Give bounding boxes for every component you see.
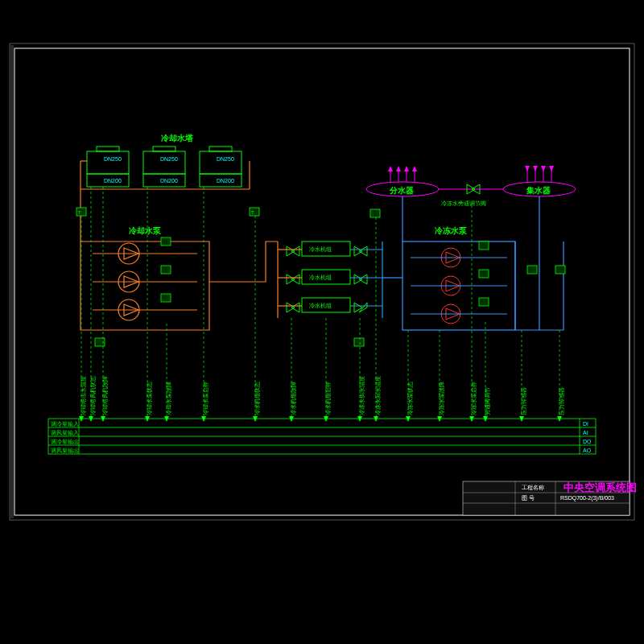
svg-rect-76 [161, 294, 171, 302]
title-block: 工程名称 中央空调系统图 图 号 RSDQ700-2(3)/B/003 [463, 481, 637, 515]
signal-labels: 冷却塔出水温度 冷却塔风机状态 冷却塔风机故障 冷却水泵状态 冷却水泵故障 冷却… [80, 376, 565, 415]
chiller-3: 冷水机组 [302, 298, 350, 312]
svg-text:冷水机组: 冷水机组 [309, 303, 332, 309]
svg-text:AI: AI [583, 430, 588, 436]
svg-text:冷冻水泵启停: 冷冻水泵启停 [471, 382, 477, 415]
svg-text:冷冻水旁通调节阀: 冷冻水旁通调节阀 [441, 200, 486, 207]
svg-text:冷冻水回水温度: 冷冻水回水温度 [375, 376, 382, 415]
svg-text:冷水机组状态: 冷水机组状态 [254, 382, 261, 415]
svg-text:冷却塔风机故障: 冷却塔风机故障 [102, 376, 109, 415]
svg-rect-80 [479, 242, 489, 250]
svg-rect-74 [161, 237, 171, 246]
svg-text:冷水机组启停: 冷水机组启停 [325, 382, 332, 415]
svg-text:DN200: DN200 [217, 178, 234, 184]
svg-rect-84 [555, 266, 565, 274]
svg-text:冷却塔风机状态: 冷却塔风机状态 [90, 376, 97, 415]
svg-text:冷却塔出水温度: 冷却塔出水温度 [80, 376, 87, 415]
svg-text:DN200: DN200 [104, 178, 122, 184]
svg-rect-82 [479, 298, 489, 306]
svg-text:DN250: DN250 [104, 156, 122, 162]
svg-text:RSDQ700-2(3)/B/003: RSDQ700-2(3)/B/003 [560, 495, 614, 502]
svg-text:冷水机组故障: 冷水机组故障 [291, 382, 297, 415]
svg-text:T: T [251, 210, 254, 215]
svg-text:冷水机组: 冷水机组 [309, 275, 332, 281]
svg-rect-10 [153, 147, 175, 151]
svg-rect-9 [143, 151, 185, 174]
svg-text:图 号: 图 号 [522, 495, 535, 501]
svg-rect-81 [479, 270, 489, 278]
chiller-2: 冷水机组 [302, 270, 350, 284]
cooling-tower-title: 冷却水塔 [161, 134, 194, 142]
svg-text:中央空调系统图: 中央空调系统图 [564, 481, 637, 493]
svg-text:旁通阀调节: 旁通阀调节 [485, 387, 490, 415]
svg-rect-15 [209, 147, 232, 151]
svg-text:调冷量输入: 调冷量输入 [51, 421, 79, 427]
svg-text:集水器: 集水器 [526, 186, 551, 195]
svg-text:T: T [78, 210, 81, 215]
svg-rect-5 [97, 147, 119, 151]
svg-text:冷却水泵故障: 冷却水泵故障 [166, 382, 172, 415]
svg-text:DN200: DN200 [160, 178, 178, 184]
svg-rect-78 [370, 209, 380, 217]
svg-text:冷却水泵启停: 冷却水泵启停 [203, 382, 209, 415]
svg-rect-75 [161, 266, 171, 274]
cooling-tower-2: DN250 DN200 [143, 147, 185, 187]
cooling-tower-3: DN250 DN200 [200, 147, 242, 187]
svg-text:压力传感器: 压力传感器 [559, 387, 565, 415]
svg-text:工程名称: 工程名称 [522, 485, 544, 490]
supply-header: 分水器 [366, 166, 439, 196]
svg-text:冷冻水泵故障: 冷冻水泵故障 [439, 382, 445, 415]
svg-text:冷冻水供水温度: 冷冻水供水温度 [359, 376, 365, 415]
svg-text:调风量输入: 调风量输入 [51, 430, 79, 436]
svg-rect-79 [354, 338, 364, 346]
return-header: 集水器 [503, 166, 576, 196]
svg-text:调冷量输出: 调冷量输出 [51, 439, 79, 445]
io-table: 调冷量输入 调风量输入 调冷量输出 调风量输出 DI AI DO AO [48, 419, 596, 454]
svg-text:分水器: 分水器 [389, 186, 414, 195]
svg-text:AO: AO [583, 448, 592, 453]
svg-text:DI: DI [583, 421, 588, 427]
cond-pump-title: 冷却水泵 [129, 226, 162, 235]
svg-rect-4 [87, 151, 129, 174]
svg-rect-14 [200, 151, 242, 174]
chiller-1: 冷水机组 [302, 242, 350, 256]
svg-text:冷水机组: 冷水机组 [309, 246, 332, 253]
svg-text:DN250: DN250 [160, 156, 178, 162]
svg-text:冷冻水泵状态: 冷冻水泵状态 [407, 382, 414, 415]
svg-text:DO: DO [583, 439, 592, 444]
svg-text:压力传感器: 压力传感器 [521, 387, 527, 415]
chilled-pump-title: 冷冻水泵 [435, 226, 468, 235]
cad-drawing: 冷却水塔 DN250 DN200 DN250 DN200 DN250 DN200… [0, 0, 644, 644]
svg-rect-83 [527, 266, 537, 274]
svg-text:调风量输出: 调风量输出 [51, 448, 79, 453]
cooling-tower-1: DN250 DN200 [87, 147, 129, 187]
svg-text:冷却水泵状态: 冷却水泵状态 [147, 382, 153, 415]
svg-text:DN250: DN250 [217, 156, 234, 162]
